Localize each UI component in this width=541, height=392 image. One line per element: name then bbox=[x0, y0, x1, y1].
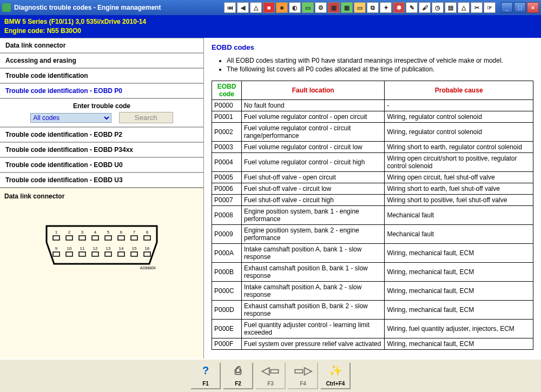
table-row[interactable]: P000FFuel system over pressure relief va… bbox=[212, 338, 533, 349]
th-code: EOBD code bbox=[212, 81, 242, 99]
svg-rect-20 bbox=[105, 236, 111, 240]
page-left-icon: ◁▭ bbox=[261, 365, 280, 376]
svg-rect-25 bbox=[66, 252, 72, 256]
table-row[interactable]: P000DExhaust camshaft position B, bank 2… bbox=[212, 300, 533, 319]
f3-button[interactable]: ◁▭F3 bbox=[255, 362, 286, 389]
cell-fault: Intake camshaft position A, bank 1 - slo… bbox=[242, 243, 385, 262]
minimize-button[interactable]: _ bbox=[501, 2, 513, 13]
table-row[interactable]: P0004Fuel volume regulator control - cir… bbox=[212, 152, 533, 171]
sidebar-item-eobd-p0[interactable]: Trouble code identification - EOBD P0 bbox=[0, 83, 203, 98]
content-pane[interactable]: EOBD codes All EOBD codes starting with … bbox=[204, 38, 541, 360]
svg-rect-24 bbox=[53, 252, 60, 256]
close-button[interactable]: × bbox=[527, 2, 539, 13]
chart-icon[interactable]: ⧉ bbox=[367, 2, 379, 13]
cell-fault: Fuel shut-off valve - open circuit bbox=[242, 171, 385, 183]
svg-rect-29 bbox=[118, 252, 124, 256]
cell-cause: Wiring, fuel quantity adjuster, injector… bbox=[385, 319, 533, 338]
note-icon[interactable]: ✎ bbox=[406, 2, 418, 13]
sidebar-item-eobd-u0[interactable]: Trouble code identification - EOBD U0 bbox=[0, 157, 203, 172]
maximize-button[interactable]: □ bbox=[514, 2, 526, 13]
svg-text:9: 9 bbox=[55, 246, 58, 251]
th-cause: Probable cause bbox=[385, 81, 533, 99]
page-right-icon: ▭▷ bbox=[294, 365, 312, 376]
cell-fault: Fuel volume regulator control - open cir… bbox=[242, 111, 385, 122]
sidebar-item-eobd-p34xx[interactable]: Trouble code identification - EOBD P34xx bbox=[0, 142, 203, 157]
gear-icon[interactable]: ✦ bbox=[380, 2, 392, 13]
codes-select[interactable]: All codes bbox=[30, 113, 111, 123]
svg-rect-18 bbox=[79, 236, 85, 240]
connector-diagram: 12345678 910111213141516 AD88804 bbox=[42, 222, 161, 270]
gauge-icon[interactable]: ◷ bbox=[432, 2, 444, 13]
f4-button[interactable]: ▭▷F4 bbox=[288, 362, 318, 389]
search-button[interactable]: Search bbox=[119, 112, 173, 123]
content-bullets: All EOBD codes starting with P0 have sta… bbox=[227, 57, 533, 73]
f1-help-button[interactable]: ?F1 bbox=[190, 362, 221, 389]
tile-red-icon[interactable]: ▦ bbox=[328, 2, 340, 13]
svg-rect-26 bbox=[79, 252, 85, 256]
paint-icon[interactable]: 🖌 bbox=[419, 2, 431, 13]
stamp-icon[interactable]: △ bbox=[458, 2, 470, 13]
tile-green-icon[interactable]: ▦ bbox=[341, 2, 353, 13]
vehicle-line1: BMW 5 Series (F10/11) 3,0 535i/xDrive 20… bbox=[4, 17, 537, 26]
table-row[interactable]: P000BExhaust camshaft position B, bank 1… bbox=[212, 262, 533, 281]
table-row[interactable]: P0001Fuel volume regulator control - ope… bbox=[212, 111, 533, 122]
cell-cause: Wiring, regulator control solenoid bbox=[385, 122, 533, 141]
tool-icon[interactable]: ⚙ bbox=[315, 2, 327, 13]
cell-fault: Fuel shut-off valve - circuit high bbox=[242, 194, 385, 205]
f2-print-button[interactable]: ⎙F2 bbox=[223, 362, 253, 389]
svg-text:11: 11 bbox=[80, 246, 85, 251]
svg-text:7: 7 bbox=[133, 230, 136, 235]
nav-prev-icon[interactable]: ◀ bbox=[237, 2, 249, 13]
table-row[interactable]: P0002Fuel volume regulator control - cir… bbox=[212, 122, 533, 141]
sidebar-item-tci[interactable]: Trouble code identification bbox=[0, 68, 203, 83]
warn-icon[interactable]: △ bbox=[250, 2, 262, 13]
doc-icon[interactable]: ▤ bbox=[445, 2, 457, 13]
window-controls: _ □ × bbox=[500, 2, 539, 13]
circle-icon[interactable]: ◐ bbox=[289, 2, 301, 13]
table-row[interactable]: P000CIntake camshaft position A, bank 2 … bbox=[212, 281, 533, 300]
cell-cause: Wiring short to earth, fuel shut-off val… bbox=[385, 183, 533, 194]
card-icon[interactable]: ▭ bbox=[302, 2, 314, 13]
table-row[interactable]: P000EFuel quantity adjuster control - le… bbox=[212, 319, 533, 338]
titlebar: Diagnostic trouble codes - Engine manage… bbox=[0, 0, 541, 15]
flag-red-icon[interactable]: ■ bbox=[263, 2, 275, 13]
cell-fault: Intake camshaft position A, bank 2 - slo… bbox=[242, 281, 385, 300]
table-row[interactable]: P0003Fuel volume regulator control - cir… bbox=[212, 141, 533, 152]
nav-first-icon[interactable]: ⏮ bbox=[224, 2, 236, 13]
cell-code: P0000 bbox=[212, 99, 242, 111]
sidebar-item-eobd-p2[interactable]: Trouble code identification - EOBD P2 bbox=[0, 127, 203, 142]
sidebar-item-eobd-u3[interactable]: Trouble code identification - EOBD U3 bbox=[0, 172, 203, 188]
window-icon[interactable]: ▭ bbox=[354, 2, 366, 13]
svg-rect-27 bbox=[92, 252, 98, 256]
cell-code: P000F bbox=[212, 338, 242, 349]
cell-code: P0008 bbox=[212, 205, 242, 224]
window-title: Diagnostic trouble codes - Engine manage… bbox=[14, 4, 161, 11]
svg-rect-22 bbox=[131, 236, 137, 240]
svg-text:13: 13 bbox=[106, 246, 111, 251]
bullet-1: All EOBD codes starting with P0 have sta… bbox=[227, 57, 533, 64]
table-row[interactable]: P000AIntake camshaft position A, bank 1 … bbox=[212, 243, 533, 262]
bug-icon[interactable]: ✱ bbox=[393, 2, 405, 13]
hand-icon[interactable]: ☞ bbox=[484, 2, 496, 13]
diagram-area: Data link connector 12345678 91011121314… bbox=[0, 188, 203, 360]
diagram-ref: AD88804 bbox=[140, 266, 156, 270]
svg-rect-28 bbox=[105, 252, 111, 256]
ctrlf4-button[interactable]: ✨Ctrl+F4 bbox=[320, 362, 351, 389]
cell-fault: Exhaust camshaft position B, bank 1 - sl… bbox=[242, 262, 385, 281]
table-row[interactable]: P0009Engine position system, bank 2 - en… bbox=[212, 224, 533, 243]
sidebar-item-data-link[interactable]: Data link connector bbox=[0, 38, 203, 53]
table-row[interactable]: P0000No fault found- bbox=[212, 99, 533, 111]
table-row[interactable]: P0006Fuel shut-off valve - circuit lowWi… bbox=[212, 183, 533, 194]
table-row[interactable]: P0007Fuel shut-off valve - circuit highW… bbox=[212, 194, 533, 205]
sidebar-item-accessing[interactable]: Accessing and erasing bbox=[0, 53, 203, 68]
sidebar: Data link connector Accessing and erasin… bbox=[0, 38, 204, 360]
svg-text:15: 15 bbox=[132, 246, 137, 251]
table-row[interactable]: P0005Fuel shut-off valve - open circuitW… bbox=[212, 171, 533, 183]
clip-icon[interactable]: ✂ bbox=[471, 2, 483, 13]
vehicle-info-bar: BMW 5 Series (F10/11) 3,0 535i/xDrive 20… bbox=[0, 15, 541, 38]
cell-cause: Wiring, mechanical fault, ECM bbox=[385, 243, 533, 262]
cell-fault: Engine position system, bank 2 - engine … bbox=[242, 224, 385, 243]
table-row[interactable]: P0008Engine position system, bank 1 - en… bbox=[212, 205, 533, 224]
flag-orange-icon[interactable]: ■ bbox=[276, 2, 288, 13]
cell-code: P0005 bbox=[212, 171, 242, 183]
